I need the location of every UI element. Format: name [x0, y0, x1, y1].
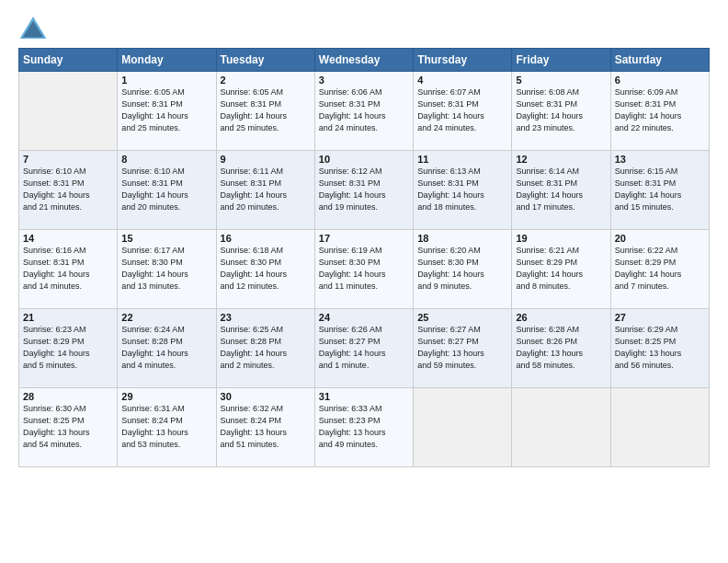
day-info: Sunrise: 6:11 AM Sunset: 8:31 PM Dayligh…: [221, 166, 311, 213]
day-info: Sunrise: 6:08 AM Sunset: 8:31 PM Dayligh…: [516, 86, 606, 134]
day-info: Sunrise: 6:25 AM Sunset: 8:28 PM Dayligh…: [221, 324, 311, 372]
day-number: 12: [516, 154, 606, 165]
day-number: 25: [417, 312, 507, 323]
day-cell: 20Sunrise: 6:22 AM Sunset: 8:29 PM Dayli…: [610, 230, 709, 309]
day-cell: 16Sunrise: 6:18 AM Sunset: 8:30 PM Dayli…: [216, 230, 314, 309]
day-cell: 15Sunrise: 6:17 AM Sunset: 8:30 PM Dayli…: [118, 230, 216, 309]
day-info: Sunrise: 6:28 AM Sunset: 8:26 PM Dayligh…: [516, 324, 606, 372]
day-cell: 24Sunrise: 6:26 AM Sunset: 8:27 PM Dayli…: [314, 309, 413, 388]
day-cell: [414, 388, 512, 467]
week-row-3: 14Sunrise: 6:16 AM Sunset: 8:31 PM Dayli…: [19, 230, 710, 309]
column-header-friday: Friday: [512, 49, 610, 72]
day-info: Sunrise: 6:09 AM Sunset: 8:31 PM Dayligh…: [615, 86, 705, 134]
day-number: 15: [121, 233, 211, 244]
day-number: 19: [516, 233, 606, 244]
calendar-table: SundayMondayTuesdayWednesdayThursdayFrid…: [18, 48, 710, 467]
day-cell: 6Sunrise: 6:09 AM Sunset: 8:31 PM Daylig…: [610, 72, 709, 151]
day-number: 2: [221, 75, 311, 86]
day-number: 26: [516, 312, 606, 323]
day-info: Sunrise: 6:22 AM Sunset: 8:29 PM Dayligh…: [615, 245, 705, 293]
day-cell: 28Sunrise: 6:30 AM Sunset: 8:25 PM Dayli…: [19, 388, 118, 467]
day-info: Sunrise: 6:13 AM Sunset: 8:31 PM Dayligh…: [417, 166, 507, 213]
day-info: Sunrise: 6:07 AM Sunset: 8:31 PM Dayligh…: [417, 86, 507, 134]
day-cell: 26Sunrise: 6:28 AM Sunset: 8:26 PM Dayli…: [512, 309, 610, 388]
day-number: 9: [221, 154, 311, 165]
day-info: Sunrise: 6:16 AM Sunset: 8:31 PM Dayligh…: [23, 245, 113, 293]
header: [18, 15, 710, 40]
week-row-2: 7Sunrise: 6:10 AM Sunset: 8:31 PM Daylig…: [19, 151, 710, 230]
day-number: 31: [319, 391, 409, 402]
day-number: 20: [615, 233, 705, 244]
day-info: Sunrise: 6:29 AM Sunset: 8:25 PM Dayligh…: [615, 324, 705, 372]
day-cell: 7Sunrise: 6:10 AM Sunset: 8:31 PM Daylig…: [19, 151, 118, 230]
day-info: Sunrise: 6:30 AM Sunset: 8:25 PM Dayligh…: [23, 403, 113, 451]
logo: [18, 15, 53, 40]
header-row: SundayMondayTuesdayWednesdayThursdayFrid…: [19, 49, 710, 72]
day-info: Sunrise: 6:24 AM Sunset: 8:28 PM Dayligh…: [121, 324, 211, 372]
day-cell: 30Sunrise: 6:32 AM Sunset: 8:24 PM Dayli…: [216, 388, 314, 467]
day-info: Sunrise: 6:17 AM Sunset: 8:30 PM Dayligh…: [121, 245, 211, 293]
day-info: Sunrise: 6:32 AM Sunset: 8:24 PM Dayligh…: [221, 403, 311, 451]
column-header-sunday: Sunday: [19, 49, 118, 72]
day-cell: 29Sunrise: 6:31 AM Sunset: 8:24 PM Dayli…: [118, 388, 216, 467]
day-number: 4: [417, 75, 507, 86]
day-info: Sunrise: 6:12 AM Sunset: 8:31 PM Dayligh…: [319, 166, 409, 213]
day-number: 29: [121, 391, 211, 402]
day-cell: 25Sunrise: 6:27 AM Sunset: 8:27 PM Dayli…: [414, 309, 512, 388]
day-info: Sunrise: 6:15 AM Sunset: 8:31 PM Dayligh…: [615, 166, 705, 213]
day-info: Sunrise: 6:18 AM Sunset: 8:30 PM Dayligh…: [221, 245, 311, 293]
day-number: 17: [319, 233, 409, 244]
day-number: 3: [319, 75, 409, 86]
day-number: 27: [615, 312, 705, 323]
day-info: Sunrise: 6:05 AM Sunset: 8:31 PM Dayligh…: [121, 86, 211, 134]
day-info: Sunrise: 6:20 AM Sunset: 8:30 PM Dayligh…: [417, 245, 507, 293]
day-number: 16: [221, 233, 311, 244]
day-number: 23: [221, 312, 311, 323]
day-number: 11: [417, 154, 507, 165]
day-number: 30: [221, 391, 311, 402]
day-cell: [610, 388, 709, 467]
day-cell: 22Sunrise: 6:24 AM Sunset: 8:28 PM Dayli…: [118, 309, 216, 388]
day-cell: 1Sunrise: 6:05 AM Sunset: 8:31 PM Daylig…: [118, 72, 216, 151]
column-header-thursday: Thursday: [414, 49, 512, 72]
day-number: 28: [23, 391, 113, 402]
day-number: 24: [319, 312, 409, 323]
day-cell: 4Sunrise: 6:07 AM Sunset: 8:31 PM Daylig…: [414, 72, 512, 151]
day-info: Sunrise: 6:33 AM Sunset: 8:23 PM Dayligh…: [319, 403, 409, 451]
day-info: Sunrise: 6:27 AM Sunset: 8:27 PM Dayligh…: [417, 324, 507, 372]
day-number: 21: [23, 312, 113, 323]
day-number: 7: [23, 154, 113, 165]
day-info: Sunrise: 6:21 AM Sunset: 8:29 PM Dayligh…: [516, 245, 606, 293]
day-cell: 5Sunrise: 6:08 AM Sunset: 8:31 PM Daylig…: [512, 72, 610, 151]
day-cell: 8Sunrise: 6:10 AM Sunset: 8:31 PM Daylig…: [118, 151, 216, 230]
day-number: 6: [615, 75, 705, 86]
day-cell: 2Sunrise: 6:05 AM Sunset: 8:31 PM Daylig…: [216, 72, 314, 151]
day-info: Sunrise: 6:10 AM Sunset: 8:31 PM Dayligh…: [23, 166, 113, 213]
column-header-tuesday: Tuesday: [216, 49, 314, 72]
day-number: 18: [417, 233, 507, 244]
day-cell: [512, 388, 610, 467]
day-cell: 10Sunrise: 6:12 AM Sunset: 8:31 PM Dayli…: [314, 151, 413, 230]
day-cell: 19Sunrise: 6:21 AM Sunset: 8:29 PM Dayli…: [512, 230, 610, 309]
day-cell: 11Sunrise: 6:13 AM Sunset: 8:31 PM Dayli…: [414, 151, 512, 230]
week-row-4: 21Sunrise: 6:23 AM Sunset: 8:29 PM Dayli…: [19, 309, 710, 388]
column-header-wednesday: Wednesday: [314, 49, 413, 72]
page: SundayMondayTuesdayWednesdayThursdayFrid…: [0, 0, 728, 477]
day-info: Sunrise: 6:23 AM Sunset: 8:29 PM Dayligh…: [23, 324, 113, 372]
day-cell: 13Sunrise: 6:15 AM Sunset: 8:31 PM Dayli…: [610, 151, 709, 230]
day-cell: 23Sunrise: 6:25 AM Sunset: 8:28 PM Dayli…: [216, 309, 314, 388]
day-info: Sunrise: 6:10 AM Sunset: 8:31 PM Dayligh…: [121, 166, 211, 213]
day-info: Sunrise: 6:31 AM Sunset: 8:24 PM Dayligh…: [121, 403, 211, 451]
day-info: Sunrise: 6:26 AM Sunset: 8:27 PM Dayligh…: [319, 324, 409, 372]
day-cell: 18Sunrise: 6:20 AM Sunset: 8:30 PM Dayli…: [414, 230, 512, 309]
day-cell: 17Sunrise: 6:19 AM Sunset: 8:30 PM Dayli…: [314, 230, 413, 309]
day-info: Sunrise: 6:05 AM Sunset: 8:31 PM Dayligh…: [221, 86, 311, 134]
day-info: Sunrise: 6:06 AM Sunset: 8:31 PM Dayligh…: [319, 86, 409, 134]
day-cell: 3Sunrise: 6:06 AM Sunset: 8:31 PM Daylig…: [314, 72, 413, 151]
week-row-1: 1Sunrise: 6:05 AM Sunset: 8:31 PM Daylig…: [19, 72, 710, 151]
day-number: 14: [23, 233, 113, 244]
day-number: 8: [121, 154, 211, 165]
week-row-5: 28Sunrise: 6:30 AM Sunset: 8:25 PM Dayli…: [19, 388, 710, 467]
day-cell: 31Sunrise: 6:33 AM Sunset: 8:23 PM Dayli…: [314, 388, 413, 467]
column-header-saturday: Saturday: [610, 49, 709, 72]
